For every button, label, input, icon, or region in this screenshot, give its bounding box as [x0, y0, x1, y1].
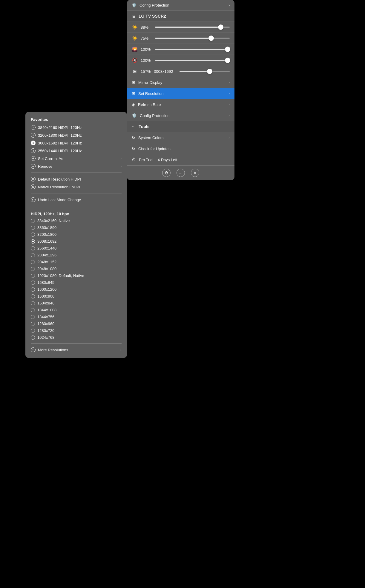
tools-icon: ···: [132, 124, 136, 129]
favorite-item-3[interactable]: 3 3008x1692 HiDPI, 120Hz: [25, 139, 127, 147]
check-updates-icon: ↻: [132, 146, 135, 151]
resolution-17-label: 1024x768: [37, 335, 54, 340]
radio-1: [31, 226, 35, 230]
favorite-2-label: 3200x1800 HiDPI, 120Hz: [38, 133, 82, 138]
radio-16: [31, 329, 35, 333]
tools-label: Tools: [139, 124, 149, 129]
radio-8: [31, 274, 35, 278]
radio-13: [31, 308, 35, 312]
check-updates-item[interactable]: ↻ Check for Updates: [127, 143, 234, 154]
radio-14: [31, 315, 35, 319]
radio-0: [31, 219, 35, 223]
radio-5: [31, 253, 35, 257]
more-res-icon: ···: [31, 347, 36, 352]
resolution-6-label: 2048x1152: [37, 260, 56, 264]
resolution-item-5[interactable]: 2304x1296: [25, 252, 127, 258]
favorite-3-badge: 3: [31, 141, 36, 145]
favorite-4-label: 2560x1440 HiDPI, 120Hz: [38, 149, 82, 153]
brightness1-slider-row[interactable]: ☀️ 88%: [127, 22, 234, 33]
scale-slider-row[interactable]: ⊞ 157% · 3008x1692: [127, 66, 234, 77]
more-resolutions-label: More Resolutions: [38, 348, 68, 352]
radio-6: [31, 260, 35, 264]
volume-track[interactable]: [155, 60, 230, 61]
favorites-header: Favorites: [25, 116, 127, 124]
resolution-item-10[interactable]: 1600x1200: [25, 286, 127, 293]
set-current-label: Set Current As: [38, 156, 63, 161]
remove-item[interactable]: − Remove ›: [25, 162, 127, 170]
brightness2-value: 75%: [141, 36, 152, 41]
set-resolution-icon: ⊞: [132, 91, 135, 96]
divider-1: [31, 173, 122, 173]
more-resolutions-item[interactable]: ··· More Resolutions ›: [25, 346, 127, 354]
config-protection-top-item[interactable]: 🛡️ Config Protection ›: [127, 0, 234, 11]
brightness2-icon: ☀️: [132, 36, 138, 41]
radio-15: [31, 322, 35, 326]
set-current-as-item[interactable]: + Set Current As ›: [25, 155, 127, 162]
resolution-14-label: 1344x756: [37, 315, 54, 319]
favorite-item-4[interactable]: 4 2560x1440 HiDPI, 120Hz: [25, 147, 127, 155]
resolution-item-15[interactable]: 1280x960: [25, 320, 127, 327]
resolution-item-2[interactable]: 3200x1800: [25, 231, 127, 238]
mirror-display-label: Mirror Display: [138, 80, 226, 85]
resolution-4-label: 2560x1440: [37, 246, 56, 250]
resolution-item-13[interactable]: 1344x1008: [25, 307, 127, 313]
default-resolution-label: Default Resolution HiDPI: [38, 177, 81, 181]
volume-icon: 🔇: [132, 58, 138, 63]
resolution-item-3[interactable]: 3008x1692: [25, 238, 127, 245]
monitor-icon: 🖥: [132, 14, 136, 19]
more-button[interactable]: ···: [177, 169, 185, 177]
undo-item[interactable]: ↩ Undo Last Mode Change: [25, 196, 127, 204]
brightness2-slider-row[interactable]: ☀️ 75%: [127, 33, 234, 44]
contrast-track[interactable]: [155, 49, 230, 50]
mirror-display-item[interactable]: ⊞ Mirror Display ›: [127, 77, 234, 88]
resolution-item-0[interactable]: 3840x2160, Native: [25, 217, 127, 224]
resolution-item-1[interactable]: 3360x1890: [25, 224, 127, 231]
favorite-1-label: 3840x2160 HiDPI, 120Hz: [38, 125, 82, 130]
native-res-icon: N: [31, 184, 36, 189]
resolution-item-9[interactable]: 1680x945: [25, 279, 127, 286]
pro-trial-icon: ⏱: [132, 157, 136, 162]
resolution-1-label: 3360x1890: [37, 225, 56, 230]
system-colors-item[interactable]: ↻ System Colors ›: [127, 132, 234, 143]
native-resolution-label: Native Resolution LoDPI: [38, 185, 80, 189]
config-protection-item[interactable]: 🛡️ Config Protection ›: [127, 110, 234, 121]
brightness2-track[interactable]: [155, 38, 230, 39]
radio-4: [31, 246, 35, 250]
mirror-display-chevron: ›: [228, 81, 230, 84]
scale-track[interactable]: [180, 71, 230, 72]
left-panel: Favorites 1 3840x2160 HiDPI, 120Hz 2 320…: [25, 112, 127, 358]
refresh-rate-item[interactable]: ◈ Refresh Rate ›: [127, 99, 234, 110]
resolution-item-8[interactable]: 1920x1080, Default, Native: [25, 272, 127, 279]
refresh-rate-label: Refresh Rate: [138, 102, 226, 107]
resolution-12-label: 1504x846: [37, 301, 54, 305]
resolution-section-header: HiDPI, 120Hz, 10 bpc: [25, 209, 127, 217]
favorite-item-2[interactable]: 2 3200x1800 HiDPI, 120Hz: [25, 131, 127, 139]
brightness1-track[interactable]: [155, 27, 230, 28]
resolution-item-7[interactable]: 2048x1080: [25, 265, 127, 272]
volume-slider-row[interactable]: 🔇 100%: [127, 55, 234, 66]
favorite-3-label: 3008x1692 HiDPI, 120Hz: [38, 141, 82, 145]
pro-trial-label: Pro Trial – 4 Days Left: [139, 158, 230, 162]
resolution-item-4[interactable]: 2560x1440: [25, 245, 127, 252]
scale-value: 157% · 3008x1692: [141, 69, 177, 74]
radio-2: [31, 233, 35, 237]
resolution-15-label: 1280x960: [37, 321, 54, 326]
radio-17: [31, 335, 35, 340]
close-button[interactable]: ✕: [191, 169, 199, 177]
set-resolution-item[interactable]: ⊞ Set Resolution ›: [127, 88, 234, 99]
resolution-item-14[interactable]: 1344x756: [25, 313, 127, 320]
resolution-item-11[interactable]: 1600x900: [25, 293, 127, 300]
contrast-icon: 🌄: [132, 47, 138, 52]
resolution-item-6[interactable]: 2048x1152: [25, 258, 127, 265]
resolution-item-17[interactable]: 1024x768: [25, 334, 127, 341]
resolution-5-label: 2304x1296: [37, 253, 56, 257]
brightness1-value: 88%: [141, 25, 152, 30]
contrast-slider-row[interactable]: 🌄 100%: [127, 44, 234, 55]
resolution-item-16[interactable]: 1280x720: [25, 327, 127, 334]
resolution-item-12[interactable]: 1504x846: [25, 300, 127, 307]
default-resolution-item[interactable]: D Default Resolution HiDPI: [25, 175, 127, 183]
gear-button[interactable]: ⚙: [162, 169, 171, 177]
favorite-item-1[interactable]: 1 3840x2160 HiDPI, 120Hz: [25, 124, 127, 131]
native-resolution-item[interactable]: N Native Resolution LoDPI: [25, 183, 127, 191]
resolution-8-label: 1920x1080, Default, Native: [37, 273, 84, 278]
